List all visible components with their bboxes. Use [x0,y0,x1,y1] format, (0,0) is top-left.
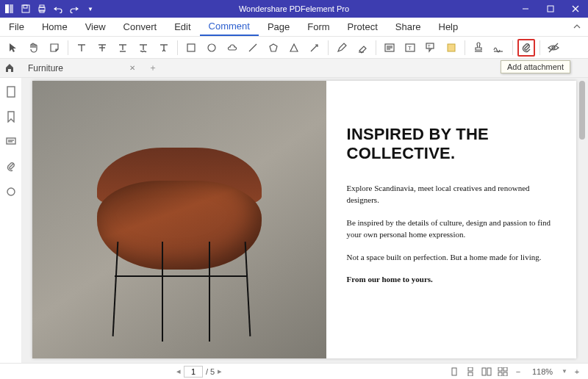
svg-rect-8 [548,6,553,12]
zoom-level-label: 118% [532,367,553,376]
bookmarks-panel-icon[interactable] [4,110,18,123]
select-tool-icon[interactable] [4,39,22,57]
menu-share[interactable]: Share [387,18,430,36]
document-headline: INSPIRED BY THE COLLECTIVE. [347,125,554,163]
signature-tool-icon[interactable] [490,39,508,57]
svg-rect-51 [482,368,486,375]
search-panel-icon[interactable] [4,185,18,198]
menu-help[interactable]: Help [430,18,467,36]
svg-rect-3 [24,5,27,8]
strikeout-tool-icon[interactable] [93,39,111,57]
menu-comment[interactable]: Comment [200,18,259,36]
close-tab-icon[interactable]: ✕ [129,64,135,72]
rectangle-shape-icon[interactable] [182,39,200,57]
svg-rect-53 [498,367,502,371]
comment-toolbar: T T [0,37,588,59]
svg-rect-44 [7,138,15,144]
app-logo-icon [4,4,15,14]
prev-page-icon[interactable]: ◂ [176,367,181,376]
menu-edit[interactable]: Edit [165,18,199,36]
home-tab-icon[interactable] [4,62,16,74]
oval-shape-icon[interactable] [203,39,220,57]
text-box-icon[interactable]: T [401,39,419,57]
sticky-note-icon[interactable] [46,39,63,57]
caret-tool-icon[interactable] [155,39,173,57]
menu-form[interactable]: Form [298,18,338,36]
minimize-button[interactable] [513,0,538,18]
svg-text:T: T [428,44,431,48]
zoom-in-icon[interactable]: + [572,367,582,376]
two-page-continuous-icon[interactable] [497,367,509,377]
squiggly-tool-icon[interactable] [135,39,152,57]
document-canvas[interactable]: INSPIRED BY THE COLLECTIVE. Explore Scan… [22,78,588,363]
stamp-tool-icon[interactable] [470,39,487,57]
text-comment-icon[interactable] [381,39,398,57]
svg-marker-26 [270,44,277,51]
line-shape-icon[interactable] [244,39,262,57]
svg-rect-0 [5,4,9,13]
left-sidebar [0,78,22,363]
attachment-tooltip: Add attachment [501,60,570,73]
menu-convert[interactable]: Convert [115,18,166,36]
undo-icon[interactable] [53,4,63,14]
menu-home[interactable]: Home [33,18,76,36]
svg-rect-43 [7,87,15,97]
svg-rect-54 [503,367,507,371]
close-button[interactable] [563,0,588,18]
zoom-dropdown-icon[interactable]: ▼ [562,368,567,375]
vertical-scrollbar[interactable] [579,81,585,140]
menu-view[interactable]: View [76,18,115,36]
two-page-view-icon[interactable] [481,367,492,377]
page-number-input[interactable] [184,366,203,378]
area-highlight-icon[interactable] [442,39,460,57]
document-tab-label: Furniture [28,63,63,73]
add-tab-icon[interactable]: ＋ [148,62,157,74]
thumbnails-panel-icon[interactable] [4,85,18,98]
document-paragraph-3: Not a space built on perfection. But a h… [347,251,554,264]
svg-rect-50 [468,372,473,376]
document-tab[interactable]: Furniture ✕ [24,63,140,73]
highlight-tool-icon[interactable] [73,39,90,57]
single-page-view-icon[interactable] [448,367,460,377]
title-bar: ▼ Wondershare PDFelement Pro [0,0,588,18]
status-bar: ◂ / 5 ▸ − 118% ▼ + [0,363,588,379]
polygon-shape-icon[interactable] [265,39,282,57]
chair-photo [32,81,326,358]
comments-panel-icon[interactable] [4,135,18,148]
next-page-icon[interactable]: ▸ [218,367,222,376]
pdf-page: INSPIRED BY THE COLLECTIVE. Explore Scan… [32,81,576,358]
document-paragraph-2: Be inspired by the details of culture, d… [347,217,554,241]
text-callout-icon[interactable]: T [422,39,440,57]
print-icon[interactable] [37,4,47,14]
svg-rect-52 [487,368,491,375]
save-icon[interactable] [21,4,31,14]
attachments-panel-icon[interactable] [4,160,18,173]
zoom-out-icon[interactable]: − [513,367,523,376]
eraser-tool-icon[interactable] [354,39,371,57]
attachment-tool-icon[interactable] [517,39,535,57]
svg-line-28 [311,45,318,51]
hide-annotations-icon[interactable] [545,39,562,57]
redo-icon[interactable] [69,4,79,14]
arrow-shape-icon[interactable] [306,39,323,57]
connected-lines-icon[interactable] [285,39,303,57]
hand-tool-icon[interactable] [25,39,43,57]
pencil-tool-icon[interactable] [333,39,351,57]
maximize-button[interactable] [538,0,563,18]
svg-rect-56 [503,372,507,376]
underline-tool-icon[interactable] [114,39,132,57]
menu-protect[interactable]: Protect [339,18,387,36]
svg-rect-5 [40,5,44,7]
menu-page[interactable]: Page [259,18,298,36]
cloud-shape-icon[interactable] [223,39,241,57]
qat-dropdown-icon[interactable]: ▼ [85,4,96,14]
svg-rect-48 [452,368,456,375]
continuous-view-icon[interactable] [465,367,476,377]
page-total-label: / 5 [206,367,215,376]
svg-marker-27 [290,44,298,51]
collapse-ribbon-icon[interactable] [566,21,588,32]
menu-bar: File Home View Convert Edit Comment Page… [0,18,588,37]
svg-rect-55 [498,372,502,376]
menu-file[interactable]: File [0,18,33,36]
document-paragraph-4: From our home to yours. [347,273,554,286]
